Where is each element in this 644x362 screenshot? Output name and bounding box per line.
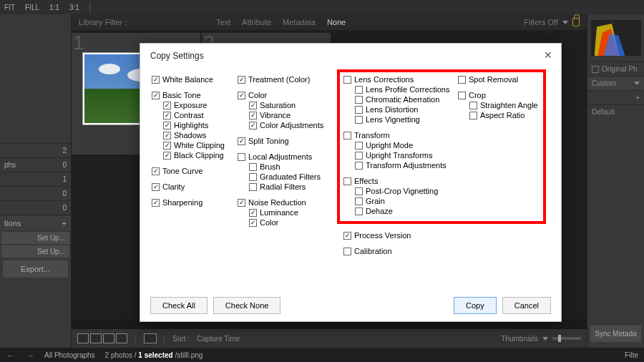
checkbox-color-adjustments[interactable]: Color Adjustments: [249, 121, 325, 129]
survey-view-icon[interactable]: [116, 333, 127, 343]
checkbox-icon[interactable]: [152, 76, 160, 84]
checkbox-icon[interactable]: [152, 183, 160, 191]
checkbox-chromatic-aberration[interactable]: Chromatic Aberration: [355, 95, 452, 104]
checkbox-white-balance[interactable]: White Balance: [152, 75, 232, 84]
setup-button[interactable]: Set Up...: [1, 232, 69, 244]
cancel-button[interactable]: Cancel: [502, 297, 551, 314]
ratio-1-1[interactable]: 1:1: [49, 4, 59, 11]
checkbox-icon[interactable]: [355, 197, 363, 205]
close-icon[interactable]: ✕: [544, 49, 552, 61]
painter-icon[interactable]: [144, 333, 157, 343]
checkbox-icon[interactable]: [355, 86, 363, 94]
preset-dropdown[interactable]: Custom: [587, 76, 644, 90]
checkbox-icon[interactable]: [152, 167, 160, 175]
copy-button[interactable]: Copy: [454, 297, 497, 314]
checkbox-icon[interactable]: [249, 122, 257, 129]
filter-tab-attribute[interactable]: Attribute: [242, 18, 271, 26]
setup-button[interactable]: Set Up...: [1, 245, 69, 258]
checkbox-icon[interactable]: [249, 112, 257, 119]
checkbox-tone-curve[interactable]: Tone Curve: [152, 167, 232, 175]
checkbox-icon[interactable]: [355, 152, 363, 160]
sync-metadata-button[interactable]: Sync Metada: [590, 326, 641, 342]
default-preset[interactable]: Default: [587, 104, 644, 119]
checkbox-icon[interactable]: [469, 112, 477, 119]
checkbox-basic-tone[interactable]: Basic Tone: [152, 91, 232, 99]
checkbox-radial-filters[interactable]: Radial Filters: [249, 182, 325, 191]
checkbox-icon[interactable]: [238, 153, 245, 161]
checkbox-icon[interactable]: [238, 137, 245, 145]
checkbox-icon[interactable]: [163, 122, 171, 129]
checkbox-transform[interactable]: Transform: [343, 131, 452, 140]
checkbox-vibrance[interactable]: Vibrance: [249, 111, 325, 119]
checkbox-graduated-filters[interactable]: Graduated Filters: [249, 172, 325, 181]
add-preset-button[interactable]: +: [587, 90, 644, 104]
thumbnail-size-slider[interactable]: [552, 337, 581, 340]
checkbox-color[interactable]: Color: [238, 91, 325, 99]
checkbox-icon[interactable]: [163, 132, 171, 140]
checkbox-icon[interactable]: [238, 92, 245, 99]
checkbox-transform-adjustments[interactable]: Transform Adjustments: [355, 161, 452, 170]
checkbox-local-adjustments[interactable]: Local Adjustments: [238, 152, 325, 161]
checkbox-sharpening[interactable]: Sharpening: [152, 198, 232, 207]
checkbox-saturation[interactable]: Saturation: [249, 101, 325, 109]
filter-tab-text[interactable]: Text: [216, 18, 230, 26]
checkbox-grain[interactable]: Grain: [355, 197, 452, 205]
checkbox-aspect-ratio[interactable]: Aspect Ratio: [469, 111, 538, 119]
loupe-view-icon[interactable]: [90, 333, 102, 343]
checkbox-exposure[interactable]: Exposure: [163, 101, 232, 109]
left-panel-row[interactable]: 0: [0, 200, 71, 215]
checkbox-icon[interactable]: [355, 162, 363, 170]
sort-by-value[interactable]: Capture Time: [197, 335, 240, 343]
checkbox-icon[interactable]: [249, 219, 257, 227]
checkbox-icon[interactable]: [238, 76, 245, 84]
status-source[interactable]: All Photographs: [44, 351, 95, 359]
checkbox-lens-profile-corrections[interactable]: Lens Profile Corrections: [355, 85, 452, 94]
checkbox-icon[interactable]: [355, 96, 363, 104]
checkbox-icon[interactable]: [343, 132, 351, 140]
chevron-down-icon[interactable]: [562, 21, 568, 24]
checkbox-lens-vignetting[interactable]: Lens Vignetting: [355, 115, 452, 124]
checkbox-icon[interactable]: [249, 102, 257, 109]
checkbox-icon[interactable]: [355, 207, 363, 215]
checkbox-clarity[interactable]: Clarity: [152, 182, 232, 191]
checkbox-icon[interactable]: [355, 142, 363, 150]
checkbox-icon[interactable]: [249, 209, 257, 217]
filter-tab-metadata[interactable]: Metadata: [283, 18, 316, 26]
checkbox-highlights[interactable]: Highlights: [163, 121, 232, 129]
checkbox-effects[interactable]: Effects: [343, 177, 452, 185]
checkbox-icon[interactable]: [163, 152, 171, 160]
checkbox-split-toning[interactable]: Split Toning: [238, 137, 325, 145]
checkbox-icon[interactable]: [343, 177, 351, 185]
checkbox-brush[interactable]: Brush: [249, 162, 325, 171]
checkbox-dehaze[interactable]: Dehaze: [355, 207, 452, 215]
checkbox-color[interactable]: Color: [249, 218, 325, 227]
lock-icon[interactable]: [572, 18, 580, 26]
checkbox-upright-transforms[interactable]: Upright Transforms: [355, 151, 452, 160]
checkbox-icon[interactable]: [343, 248, 351, 255]
checkbox-upright-mode[interactable]: Upright Mode: [355, 141, 452, 150]
checkbox-contrast[interactable]: Contrast: [163, 111, 232, 119]
fit-label[interactable]: FIT: [4, 4, 15, 11]
left-panel-row[interactable]: 1: [0, 172, 71, 186]
chevron-down-icon[interactable]: [542, 337, 548, 341]
grid-view-icon[interactable]: [77, 333, 89, 343]
checkbox-icon[interactable]: [469, 102, 477, 109]
checkbox-icon[interactable]: [355, 116, 363, 124]
compare-view-icon[interactable]: [103, 333, 114, 343]
original-photo-checkbox[interactable]: Original Ph: [587, 62, 644, 76]
checkbox-luminance[interactable]: Luminance: [249, 208, 325, 217]
check-none-button[interactable]: Check None: [213, 297, 281, 314]
checkbox-process-version[interactable]: Process Version: [343, 231, 411, 240]
checkbox-icon[interactable]: [152, 199, 160, 207]
checkbox-noise-reduction[interactable]: Noise Reduction: [238, 198, 325, 207]
left-panel-row[interactable]: 2: [0, 143, 71, 157]
checkbox-icon[interactable]: [249, 163, 257, 171]
back-arrow-icon[interactable]: ←: [6, 350, 15, 361]
checkbox-icon[interactable]: [163, 102, 171, 109]
checkbox-icon[interactable]: [152, 92, 160, 99]
left-panel-section-header[interactable]: tions+: [0, 215, 71, 230]
checkbox-straighten-angle[interactable]: Straighten Angle: [469, 101, 538, 109]
left-panel-row[interactable]: phs0: [0, 157, 71, 172]
export-button[interactable]: Export...: [3, 260, 68, 278]
check-all-button[interactable]: Check All: [150, 297, 208, 314]
